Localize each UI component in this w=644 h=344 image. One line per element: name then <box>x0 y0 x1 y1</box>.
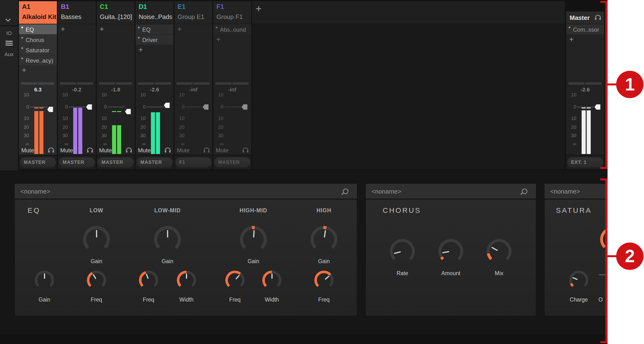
headphones-icon[interactable] <box>48 148 54 152</box>
scale-tick: ∞ <box>136 141 146 146</box>
channel-header-f1[interactable]: F1 Group F1 <box>213 1 251 24</box>
pan-slider[interactable] <box>194 82 210 85</box>
knob-lowmid-freq[interactable] <box>139 270 158 290</box>
knob-highmid-gain[interactable] <box>240 226 267 253</box>
plugin-slot-eq[interactable]: EQ <box>19 24 57 34</box>
knob-low-freq[interactable] <box>87 270 106 290</box>
sidebar-io-button[interactable]: IO <box>0 30 18 36</box>
routing-button[interactable]: F1 <box>176 157 212 168</box>
plugin-slot-compressor[interactable]: Com..ssor <box>566 24 604 34</box>
pan-slider[interactable] <box>216 82 232 85</box>
knob-lowmid-gain[interactable] <box>154 226 181 253</box>
add-group-button[interactable]: + <box>256 3 262 15</box>
headphones-icon[interactable] <box>87 148 93 152</box>
chevron-down-icon[interactable] <box>6 17 10 21</box>
plugin-slot-eq[interactable]: EQ <box>136 24 174 34</box>
plugin-slot-reverb[interactable]: Reve..acy) <box>19 56 57 65</box>
pan-slider[interactable] <box>99 82 115 85</box>
routing-cell: MASTER <box>136 156 174 169</box>
preset-name-bar-chorus[interactable]: <noname> <box>366 184 536 198</box>
headphones-icon[interactable] <box>595 15 601 20</box>
routing-button[interactable]: MASTER <box>136 157 172 168</box>
plugin-list-e1: + <box>174 24 212 80</box>
headphones-icon[interactable] <box>242 148 248 152</box>
scale-tick: 10 <box>19 116 29 121</box>
volume-fader-handle[interactable] <box>242 104 248 110</box>
add-plugin-button[interactable]: + <box>100 25 104 33</box>
plugin-slot-saturator[interactable]: Saturator <box>19 45 57 55</box>
channel-header-b1[interactable]: B1 Basses <box>58 1 96 24</box>
pan-slider[interactable] <box>155 82 171 85</box>
eq-title: EQ <box>28 206 40 214</box>
pan-slider[interactable] <box>586 82 602 85</box>
add-plugin-button[interactable]: + <box>61 25 65 33</box>
pan-slider[interactable] <box>60 82 76 85</box>
peak-indicator <box>112 111 116 112</box>
add-plugin-button[interactable]: + <box>22 66 26 74</box>
volume-fader-handle[interactable] <box>47 107 53 112</box>
pan-slider[interactable] <box>176 82 193 85</box>
routing-button[interactable]: MASTER <box>59 157 95 168</box>
routing-button[interactable]: MASTER <box>214 157 250 168</box>
knob-highmid-width[interactable] <box>262 270 282 290</box>
routing-button[interactable]: EXT. 1 <box>567 157 603 168</box>
knob-low-gain[interactable] <box>83 226 110 253</box>
preset-name-bar-eq[interactable]: <noname> <box>15 184 357 198</box>
knob-saturator-top[interactable] <box>600 227 608 252</box>
knob-highmid-freq[interactable] <box>225 270 244 290</box>
pan-slider[interactable] <box>77 82 93 85</box>
mute-button[interactable]: Mute <box>216 147 228 154</box>
knob-mix[interactable] <box>486 239 512 264</box>
mute-button[interactable]: Mute <box>177 147 190 154</box>
mute-button[interactable]: Mute <box>99 147 112 154</box>
pan-slider[interactable] <box>568 82 584 85</box>
pan-slider[interactable] <box>138 82 154 85</box>
knob-lowmid-width[interactable] <box>177 270 196 290</box>
preset-name-bar-saturator[interactable]: <noname> <box>545 184 608 198</box>
scale-tick: 0 <box>566 104 576 110</box>
headphones-icon[interactable] <box>165 148 170 152</box>
search-icon[interactable] <box>522 188 528 194</box>
channel-id: C1 <box>100 3 108 10</box>
knob-output-gain[interactable] <box>35 270 54 290</box>
channel-header-e1[interactable]: E1 Group E1 <box>174 1 212 24</box>
volume-fader-handle[interactable] <box>164 103 170 108</box>
pan-slider[interactable] <box>116 82 132 85</box>
section-label-high-mid: HIGH-MID <box>230 207 277 214</box>
volume-fader-handle[interactable] <box>594 104 600 110</box>
knob-rate[interactable] <box>390 239 415 264</box>
mute-button[interactable]: Mute <box>60 147 73 154</box>
knob-high-freq[interactable] <box>314 270 334 290</box>
headphones-icon[interactable] <box>204 148 210 152</box>
knob-pointer <box>136 268 161 293</box>
knob-amount[interactable] <box>438 239 463 264</box>
volume-fader-handle[interactable] <box>86 104 92 110</box>
add-plugin-button[interactable]: + <box>216 36 221 43</box>
sidebar-aux-button[interactable]: Aux <box>0 51 18 58</box>
channel-header-d1[interactable]: D1 Noise..Pads <box>136 1 174 24</box>
zero-db-line <box>186 107 203 107</box>
plugin-slot-chorus[interactable]: Chorus <box>19 35 57 44</box>
add-plugin-button[interactable]: + <box>138 46 143 54</box>
master-header[interactable]: Master <box>566 12 604 24</box>
mute-button[interactable]: Mute <box>138 147 151 154</box>
routing-button[interactable]: MASTER <box>20 157 56 168</box>
knob-charge[interactable] <box>569 270 588 290</box>
volume-fader-handle[interactable] <box>125 109 131 114</box>
search-icon[interactable] <box>343 188 348 194</box>
pan-slider[interactable] <box>21 82 37 85</box>
add-plugin-button[interactable]: + <box>177 25 182 33</box>
hamburger-icon[interactable] <box>6 41 13 42</box>
mute-button[interactable]: Mute <box>21 147 34 154</box>
knob-high-gain[interactable] <box>310 226 337 253</box>
plugin-slot-driver[interactable]: Driver <box>136 35 174 44</box>
add-plugin-button[interactable]: + <box>569 36 574 43</box>
headphones-icon[interactable] <box>126 148 132 152</box>
channel-header-a1[interactable]: A1 Alkaloid Kit <box>19 1 57 24</box>
volume-fader-handle[interactable] <box>203 104 208 110</box>
pan-slider[interactable] <box>38 82 54 85</box>
routing-button[interactable]: MASTER <box>98 157 134 168</box>
pan-slider[interactable] <box>232 82 248 85</box>
plugin-slot-abs[interactable]: Abs..ound <box>213 24 251 34</box>
channel-header-c1[interactable]: C1 Guita..[120] <box>97 1 134 24</box>
